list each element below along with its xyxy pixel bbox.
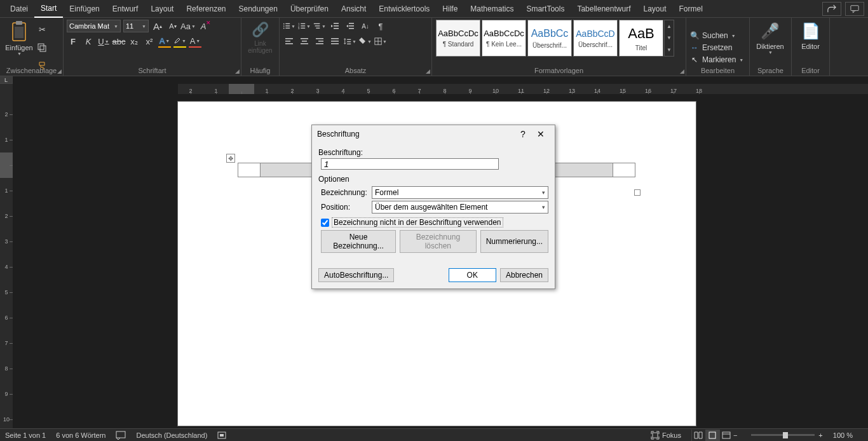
zoom-slider[interactable]	[751, 434, 815, 436]
line-spacing-button[interactable]: ▼	[344, 35, 356, 48]
tab-ansicht[interactable]: Ansicht	[335, 1, 372, 17]
delete-label-button[interactable]: Bezeichnung löschen	[400, 230, 477, 253]
bezeichnung-select[interactable]: Formel▾	[372, 186, 548, 199]
styles-more-button[interactable]: ▲▼▼	[664, 20, 674, 57]
help-button[interactable]: ?	[514, 129, 532, 139]
vertical-ruler[interactable]: 21 12345678910	[0, 84, 13, 436]
tab-formel[interactable]: Formel	[673, 1, 709, 17]
auto-caption-button[interactable]: AutoBeschriftung...	[318, 268, 394, 282]
horizontal-ruler[interactable]: 21 123456789101112131415161718	[178, 84, 868, 94]
table-resize-handle[interactable]	[634, 189, 641, 196]
strikethrough-button[interactable]: abc	[112, 35, 125, 48]
dialog-launcher-icon[interactable]: ◢	[57, 68, 62, 74]
tab-entwicklertools[interactable]: Entwicklertools	[372, 1, 436, 17]
italic-button[interactable]: K	[82, 35, 95, 48]
caption-input[interactable]	[321, 158, 499, 170]
subscript-button[interactable]: x₂	[128, 35, 140, 48]
numbering-button[interactable]: 123▼	[298, 20, 311, 32]
svg-rect-13	[301, 24, 305, 24]
style-ueberschrift2[interactable]: AaBbCcDÜberschrif...	[573, 20, 618, 57]
dialog-launcher-icon[interactable]: ◢	[235, 68, 240, 74]
decrease-indent-button[interactable]	[329, 20, 341, 32]
replace-button[interactable]: ↔Ersetzen	[689, 42, 746, 53]
tab-tabellenentwurf[interactable]: Tabellenentwurf	[571, 1, 637, 17]
new-label-button[interactable]: Neue Bezeichnung...	[321, 230, 396, 253]
align-left-button[interactable]	[283, 35, 295, 48]
svg-rect-4	[38, 44, 44, 50]
borders-button[interactable]: ▼	[374, 35, 387, 48]
find-button[interactable]: 🔍Suchen▼	[689, 30, 746, 41]
group-label-common: Häufig	[241, 67, 279, 76]
word-count[interactable]: 6 von 6 Wörtern	[56, 431, 105, 439]
tab-datei[interactable]: Datei	[4, 1, 34, 17]
style-titel[interactable]: AaBTitel	[619, 20, 663, 57]
zoom-out-button[interactable]: −	[733, 431, 737, 439]
zoom-in-button[interactable]: +	[818, 431, 822, 439]
text-effects-button[interactable]: A▼	[158, 35, 171, 48]
bold-button[interactable]: F	[67, 35, 79, 48]
tab-mathematics[interactable]: Mathematics	[464, 1, 520, 17]
font-size-select[interactable]: 11▼	[123, 20, 149, 32]
exclude-label-checkbox[interactable]	[321, 219, 329, 227]
search-icon: 🔍	[689, 31, 700, 41]
tab-entwurf[interactable]: Entwurf	[106, 1, 145, 17]
grow-font-button[interactable]: A▴	[151, 20, 164, 32]
tab-stop-type[interactable]: L	[0, 76, 13, 84]
copy-icon[interactable]	[36, 42, 48, 53]
tab-einfuegen[interactable]: Einfügen	[63, 1, 105, 17]
tab-sendungen[interactable]: Sendungen	[233, 1, 284, 17]
shrink-font-button[interactable]: A▾	[166, 20, 179, 32]
page-indicator[interactable]: Seite 1 von 1	[5, 431, 46, 439]
sort-button[interactable]: A↓	[359, 20, 372, 32]
web-layout-button[interactable]	[719, 430, 733, 441]
justify-button[interactable]	[329, 35, 341, 48]
align-right-button[interactable]	[313, 35, 326, 48]
show-marks-button[interactable]: ¶	[374, 20, 387, 32]
numbering-button[interactable]: Nummerierung...	[480, 230, 548, 253]
select-button[interactable]: ↖Markieren▼	[689, 54, 746, 65]
cancel-button[interactable]: Abbrechen	[500, 268, 548, 282]
font-name-select[interactable]: Cambria Mat▼	[67, 20, 121, 32]
focus-mode[interactable]: Fokus	[651, 431, 681, 440]
close-button[interactable]: ✕	[532, 129, 550, 139]
dialog-launcher-icon[interactable]: ◢	[680, 68, 684, 74]
dialog-launcher-icon[interactable]: ◢	[426, 68, 430, 74]
highlight-button[interactable]: ▼	[173, 35, 186, 48]
multilevel-list-button[interactable]: ▼	[313, 20, 326, 32]
cut-icon[interactable]: ✂	[36, 24, 48, 35]
table-move-handle[interactable]: ✥	[226, 154, 235, 163]
underline-button[interactable]: U▼	[97, 35, 110, 48]
svg-point-6	[283, 24, 285, 25]
ok-button[interactable]: OK	[449, 268, 496, 282]
macro-icon[interactable]	[217, 431, 226, 440]
read-mode-button[interactable]	[691, 430, 705, 441]
clear-format-button[interactable]: A✕	[197, 20, 210, 32]
tab-smarttools[interactable]: SmartTools	[520, 1, 571, 17]
tab-referenzen[interactable]: Referenzen	[180, 1, 232, 17]
align-center-button[interactable]	[298, 35, 311, 48]
tab-layout[interactable]: Layout	[144, 1, 180, 17]
increase-indent-button[interactable]	[344, 20, 356, 32]
shading-button[interactable]: ▼	[359, 35, 372, 48]
svg-rect-36	[331, 38, 339, 39]
style-ueberschrift1[interactable]: AaBbCcÜberschrif...	[527, 20, 572, 57]
tab-ueberpruefen[interactable]: Überprüfen	[284, 1, 335, 17]
language-indicator[interactable]: Deutsch (Deutschland)	[136, 431, 207, 439]
spellcheck-icon[interactable]	[116, 431, 126, 440]
comments-icon[interactable]	[845, 2, 864, 16]
font-color-button[interactable]: A▼	[189, 35, 201, 48]
share-icon[interactable]	[822, 2, 841, 16]
tab-layout2[interactable]: Layout	[637, 1, 672, 17]
tab-start[interactable]: Start	[34, 0, 63, 18]
change-case-button[interactable]: Aa▼	[182, 20, 194, 32]
style-standard[interactable]: AaBbCcDc¶ Standard	[436, 20, 480, 57]
print-layout-button[interactable]	[705, 430, 719, 441]
bullets-button[interactable]: ▼	[283, 20, 295, 32]
style-kein-leerraum[interactable]: AaBbCcDc¶ Kein Lee...	[482, 20, 526, 57]
tab-hilfe[interactable]: Hilfe	[436, 1, 464, 17]
zoom-level[interactable]: 100 %	[833, 431, 853, 439]
replace-icon: ↔	[689, 43, 700, 53]
group-label-edit: Bearbeiten	[686, 67, 749, 76]
position-select[interactable]: Über dem ausgewählten Element▾	[372, 201, 548, 214]
superscript-button[interactable]: x²	[143, 35, 156, 48]
